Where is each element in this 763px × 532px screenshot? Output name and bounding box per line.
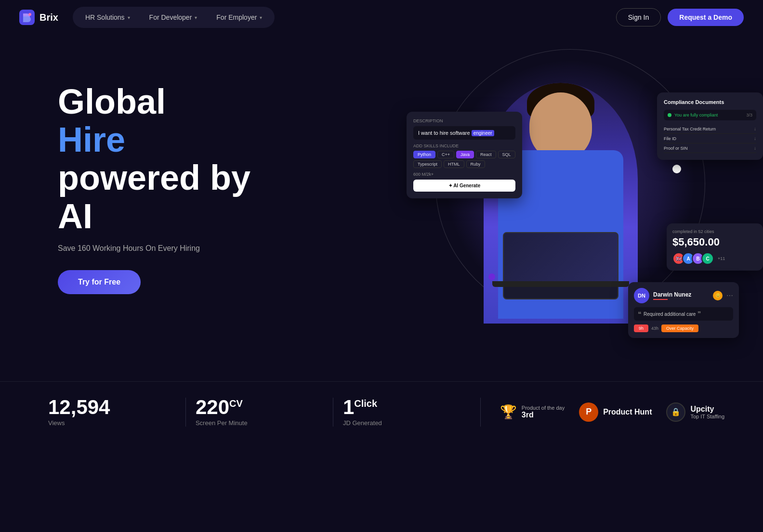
salary-sub: completed in 52 cities: [672, 229, 757, 234]
stat-click-number: 1Click: [343, 397, 471, 417]
avatar-4: C: [701, 252, 714, 265]
stat-click-label: JD Generated: [343, 419, 471, 427]
compliance-status: You are fully compliant 3/3: [664, 110, 756, 120]
stat-views-label: Views: [48, 419, 176, 427]
ph-label: Product Hunt: [603, 408, 652, 416]
nav-for-developer[interactable]: For Developer ▾: [141, 10, 206, 25]
worker-tags: 9h 43h Over Capacity: [634, 324, 733, 332]
svg-point-1: [28, 13, 31, 16]
navbar: Brix HR Solutions ▾ For Developer ▾ For …: [0, 0, 763, 35]
brand-name: Brix: [39, 12, 58, 23]
nav-left: Brix HR Solutions ▾ For Developer ▾ For …: [19, 7, 275, 28]
quote-close-icon: ❞: [697, 310, 701, 318]
upcity-text: Upcity Top IT Staffing: [690, 405, 724, 419]
nav-menu: HR Solutions ▾ For Developer ▾ For Emplo…: [73, 7, 275, 28]
nav-for-employer[interactable]: For Employer ▾: [208, 10, 271, 25]
worker-online-icon: 😊: [713, 291, 723, 300]
worker-card: DN Darwin Nunez 😊 ⋯ ❝ Required additiona…: [628, 282, 739, 338]
badge-ph[interactable]: P Product Hunt: [579, 402, 652, 422]
hero-visual: ✦ DESCRIPTION I: [378, 44, 763, 357]
compliance-text: You are fully compliant: [674, 113, 718, 117]
nav-hr-solutions[interactable]: HR Solutions ▾: [77, 10, 139, 25]
stat-cv: 220CV Screen Per Minute: [186, 397, 333, 427]
worker-underline: [653, 299, 668, 300]
salary-amount: $5,650.00: [672, 236, 757, 248]
chevron-down-icon: ▾: [128, 15, 130, 20]
upcity-label: Upcity: [690, 405, 724, 414]
worker-header: DN Darwin Nunez 😊 ⋯: [634, 288, 733, 303]
compliance-card: Compliance Documents You are fully compl…: [657, 92, 763, 160]
upcity-sub: Top IT Staffing: [690, 414, 724, 419]
compliance-dot: [668, 113, 671, 117]
hero-title-global: Global: [58, 83, 289, 121]
tag-time2: 43h: [651, 326, 658, 331]
download-icon[interactable]: ↓: [754, 126, 756, 131]
chevron-down-icon: ▾: [195, 15, 197, 20]
orbit-dot-purple: [488, 273, 495, 280]
compliance-doc-3: Proof or SIN ↓: [664, 143, 756, 153]
hero-section: Global Hire powered by AI Save 160 Worki…: [0, 35, 763, 362]
badge-award-label: Product of the day: [522, 405, 565, 411]
skill-tags: Python C++ Java React SQL Typescript HTM…: [413, 151, 515, 168]
badge-award: 🏆 Product of the day 3rd: [500, 404, 565, 420]
ph-logo: P: [579, 402, 598, 422]
compliance-doc-2: File ID ↓: [664, 134, 756, 143]
orbit-dot-white: [672, 165, 681, 173]
badge-award-value: 3rd: [522, 411, 565, 419]
salary-avatars: 🇬🇧 A B C +11: [672, 252, 757, 265]
badge-award-text: Product of the day 3rd: [522, 405, 565, 419]
stats-bar: 12,594 Views 220CV Screen Per Minute 1Cl…: [0, 381, 763, 442]
worker-menu-icon[interactable]: ⋯: [726, 292, 733, 299]
skill-react[interactable]: React: [476, 151, 496, 158]
badge-upcity[interactable]: 🔒 Upcity Top IT Staffing: [666, 402, 724, 422]
skill-sql[interactable]: SQL: [498, 151, 515, 158]
hero-content: Global Hire powered by AI Save 160 Worki…: [58, 64, 289, 294]
compliance-doc-name-2: File ID: [664, 136, 676, 141]
jd-description-label: DESCRIPTION: [413, 118, 515, 123]
person-laptop: [503, 232, 618, 299]
jd-input-text: I want to hire software engineer: [418, 130, 494, 136]
quote-icon: ❝: [638, 310, 642, 318]
upcity-logo: 🔒: [666, 402, 685, 422]
jd-skills-label: ADD SKILLS INCLUDE: [413, 143, 515, 148]
worker-name: Darwin Nunez: [653, 291, 691, 298]
skill-typescript[interactable]: Typescript: [413, 160, 442, 168]
jd-footer-text: 600 M/2k+: [413, 172, 515, 177]
stat-views: 12,594 Views: [39, 397, 185, 427]
compliance-doc-name-3: Proof or SIN: [664, 146, 688, 151]
download-icon[interactable]: ↓: [754, 145, 756, 151]
download-icon[interactable]: ↓: [754, 136, 756, 141]
tag-time1: 9h: [634, 324, 648, 332]
skill-html[interactable]: HTML: [444, 160, 464, 168]
stat-click: 1Click JD Generated: [333, 397, 480, 427]
compliance-fraction: 3/3: [746, 113, 752, 117]
compliance-doc-name-1: Personal Tax Credit Return: [664, 127, 716, 131]
compliance-title: Compliance Documents: [664, 99, 756, 105]
badge-section: 🏆 Product of the day 3rd P Product Hunt …: [481, 402, 724, 422]
skill-java[interactable]: Java: [456, 151, 474, 158]
chevron-down-icon: ▾: [260, 15, 262, 20]
jd-highlight: engineer: [472, 130, 494, 136]
hero-title-powered: powered by AI: [58, 159, 289, 235]
compliance-doc-1: Personal Tax Credit Return ↓: [664, 124, 756, 134]
request-demo-button[interactable]: Request a Demo: [668, 9, 744, 26]
signin-button[interactable]: Sign In: [616, 8, 661, 26]
ai-generate-button[interactable]: ✦ AI Generate: [413, 180, 515, 192]
try-for-free-button[interactable]: Try for Free: [58, 270, 141, 294]
skill-python[interactable]: Python: [413, 151, 435, 158]
jd-generator-card: DESCRIPTION I want to hire software engi…: [407, 112, 522, 198]
skill-cpp[interactable]: C++: [437, 151, 454, 158]
stat-cv-number: 220CV: [196, 397, 323, 417]
stat-cv-label: Screen Per Minute: [196, 419, 323, 427]
award-icon: 🏆: [500, 404, 517, 420]
hero-title-hire: Hire: [58, 121, 289, 159]
logo-icon: [19, 10, 35, 25]
laptop-screen: [504, 233, 618, 281]
avatar-count: +11: [718, 256, 725, 261]
laptop-base: [492, 281, 629, 287]
worker-avatar: DN: [634, 288, 649, 303]
tag-capacity: Over Capacity: [661, 324, 698, 332]
nav-right: Sign In Request a Demo: [616, 8, 744, 26]
skill-ruby[interactable]: Ruby: [466, 160, 485, 168]
jd-input-field[interactable]: I want to hire software engineer: [413, 126, 515, 140]
